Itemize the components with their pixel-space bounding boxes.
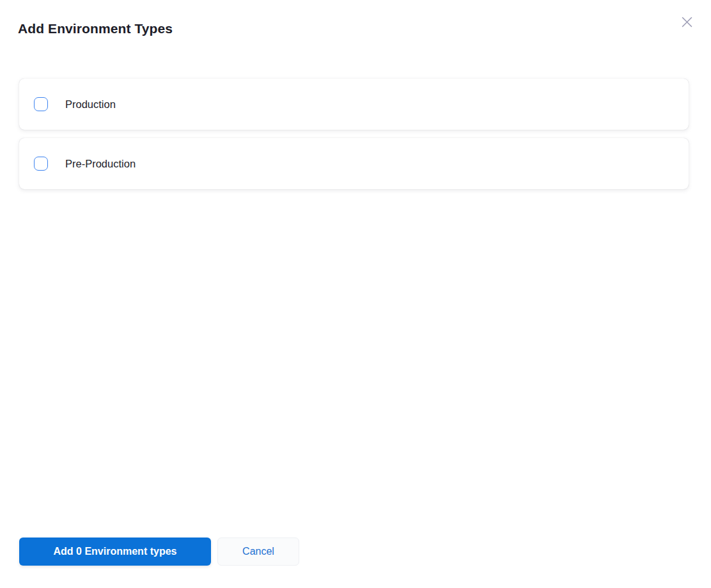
environment-type-label: Pre-Production — [65, 158, 136, 170]
checkbox-production[interactable] — [34, 97, 48, 111]
cancel-button[interactable]: Cancel — [217, 538, 299, 566]
environment-type-row-production[interactable]: Production — [19, 79, 689, 130]
checkbox-pre-production[interactable] — [34, 157, 48, 171]
environment-type-row-pre-production[interactable]: Pre-Production — [19, 138, 689, 189]
environment-type-label: Production — [65, 98, 116, 111]
add-environment-types-dialog: Add Environment Types Production Pre-Pro… — [0, 0, 711, 588]
environment-type-list: Production Pre-Production — [19, 79, 689, 197]
close-icon — [680, 15, 694, 29]
dialog-title: Add Environment Types — [18, 21, 173, 36]
close-button[interactable] — [678, 13, 696, 31]
add-environment-types-button[interactable]: Add 0 Environment types — [19, 538, 211, 566]
dialog-footer: Add 0 Environment types Cancel — [19, 538, 299, 566]
